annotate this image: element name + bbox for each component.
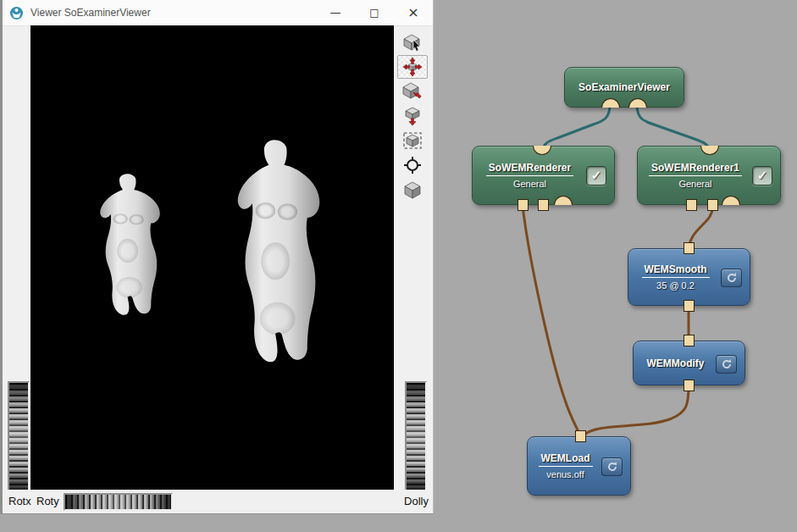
- wem-output-connector[interactable]: [684, 380, 695, 391]
- node-title: SoExaminerViewer: [576, 81, 672, 93]
- check-icon: ✓: [757, 168, 768, 182]
- roty-thumbwheel[interactable]: [64, 493, 173, 511]
- node-sublabel: General: [513, 179, 546, 189]
- connection-renderer1-viewer: [637, 105, 709, 152]
- view-mode-icon: [402, 57, 423, 77]
- wem-output-connector[interactable]: [575, 430, 586, 442]
- reload-icon: [726, 272, 738, 284]
- node-sublabel: 35 @ 0.2: [656, 280, 695, 291]
- view-selection-button[interactable]: [397, 129, 428, 152]
- wem-input-connector[interactable]: [684, 242, 695, 254]
- node-sublabel: General: [678, 179, 711, 189]
- node-wemsmooth[interactable]: WEMSmooth 35 @ 0.2: [628, 248, 750, 306]
- minimize-button[interactable]: —: [316, 0, 355, 25]
- pick-mode-icon: [402, 32, 423, 53]
- node-title: WEMModify: [645, 357, 707, 369]
- reload-button[interactable]: [721, 269, 742, 287]
- viewer-toolbar: [397, 30, 431, 202]
- dolly-thumbwheel[interactable]: [405, 381, 427, 492]
- dolly-label: Dolly: [404, 495, 429, 507]
- viewer-bottom-bar: Rotx Roty Dolly: [3, 490, 433, 513]
- viewer-3d-viewport[interactable]: [30, 25, 394, 490]
- wem-input-connector[interactable]: [707, 199, 718, 211]
- wem-output-connector[interactable]: [684, 300, 695, 312]
- wem-input-connector[interactable]: [684, 335, 695, 346]
- connection-renderer0-viewer: [543, 105, 610, 152]
- connection-load-renderer0: [523, 206, 581, 437]
- view-all-button[interactable]: [397, 104, 428, 128]
- mevislab-network-canvas[interactable]: SoExaminerViewer SoWEMRenderer General ✓…: [0, 0, 797, 532]
- roty-label: Roty: [36, 495, 59, 507]
- enable-checkbox[interactable]: ✓: [586, 166, 606, 186]
- reload-icon: [721, 358, 733, 370]
- node-soexaminerviewer[interactable]: SoExaminerViewer: [564, 67, 684, 108]
- wem-input-connector[interactable]: [538, 199, 549, 211]
- node-sowemrenderer1[interactable]: SoWEMRenderer1 General ✓: [637, 146, 781, 205]
- venus-torsos-render: [30, 25, 394, 490]
- node-title: SoWEMRenderer1: [649, 162, 742, 176]
- view-all-icon: [402, 106, 423, 126]
- wem-input-connector[interactable]: [686, 199, 697, 211]
- check-icon: ✓: [591, 168, 602, 182]
- seek-mode-icon: [402, 81, 423, 102]
- node-sowemrenderer[interactable]: SoWEMRenderer General ✓: [472, 146, 615, 205]
- node-title: SoWEMRenderer: [486, 162, 573, 176]
- seek-mode-button[interactable]: [397, 80, 428, 103]
- mevislab-logo-icon: [9, 6, 24, 20]
- rotx-label: Rotx: [8, 495, 31, 507]
- window-title: Viewer SoExaminerViewer: [30, 7, 151, 19]
- rotx-thumbwheel[interactable]: [8, 381, 30, 492]
- set-home-button[interactable]: [397, 153, 428, 177]
- pick-mode-button[interactable]: [397, 30, 428, 54]
- connection-load-modify: [582, 385, 689, 437]
- view-selection-icon: [402, 130, 423, 151]
- enable-checkbox[interactable]: ✓: [752, 166, 772, 186]
- viewer-window: Viewer SoExaminerViewer — □ ×: [0, 0, 434, 514]
- close-button[interactable]: ×: [394, 0, 433, 25]
- node-title: WEMSmooth: [642, 263, 710, 278]
- reload-button[interactable]: [601, 457, 623, 476]
- window-titlebar[interactable]: Viewer SoExaminerViewer — □ ×: [3, 0, 433, 26]
- maximize-button[interactable]: □: [355, 0, 394, 25]
- node-title: WEMLoad: [539, 452, 593, 467]
- node-sublabel: venus.off: [546, 469, 584, 479]
- node-wemload[interactable]: WEMLoad venus.off: [527, 436, 631, 496]
- view-mode-button[interactable]: [397, 55, 428, 79]
- reload-button[interactable]: [716, 355, 737, 374]
- crosshair-icon: [402, 155, 423, 175]
- wem-input-connector[interactable]: [517, 199, 529, 211]
- camera-cube-icon: [402, 180, 423, 200]
- reload-icon: [606, 461, 618, 473]
- camera-type-button[interactable]: [397, 178, 428, 202]
- node-wemmodify[interactable]: WEMModify: [633, 341, 745, 385]
